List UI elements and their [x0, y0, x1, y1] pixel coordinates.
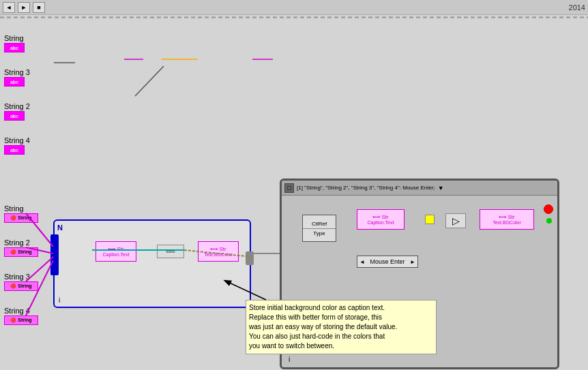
str-label-outer-2: Str: [219, 246, 226, 252]
event-loop-header: □ [1] "String", "String 2", "String 3", …: [282, 181, 557, 196]
middle-block-outer: ≈≈≈: [157, 245, 184, 258]
var-label-2: String 3: [4, 68, 30, 76]
i-label-inner: i: [289, 356, 290, 363]
caption-text-inner-label: Caption.Text: [368, 220, 394, 225]
string-var-r3: String 3 🔴 String: [4, 273, 38, 291]
str-block-outer-1: ⟷Str Caption.Text: [95, 241, 136, 262]
string-var-4: String 4 abc: [4, 136, 30, 155]
str-label-inner-2: Str: [508, 214, 514, 220]
annotation-text: Store initial background color as captio…: [249, 304, 397, 350]
green-terminal: [546, 218, 552, 223]
yellow-select-block: [425, 215, 435, 224]
forward-btn[interactable]: ►: [18, 2, 30, 13]
string-var-r1: String 🔴 String: [4, 204, 38, 223]
var-terminal-r2[interactable]: 🔴 String: [4, 247, 38, 257]
canvas: String abc String 3 abc String 2 abc Str…: [0, 15, 588, 370]
string-var-2: String 3 abc: [4, 68, 30, 87]
string-var-r2: String 2 🔴 String: [4, 238, 38, 257]
caption-text-outer: Caption.Text: [103, 252, 130, 257]
stop-btn[interactable]: ■: [33, 2, 45, 13]
annotation-box: Store initial background color as captio…: [246, 300, 437, 354]
event-header-text: [1] "String", "String 2", "String 3", "S…: [297, 185, 435, 191]
var-terminal-2[interactable]: abc: [4, 77, 25, 87]
var-label-1: String: [4, 34, 24, 42]
string-var-r4: String 4 🔴 String: [4, 307, 38, 325]
back-btn[interactable]: ◄: [3, 2, 15, 13]
mouse-enter-control[interactable]: ◄ Mouse Enter ►: [357, 256, 418, 268]
toolbar: ◄ ► ■ 2014: [0, 0, 588, 15]
var-label-r4: String 4: [4, 307, 30, 315]
text-bgcolor-outer: Text.BGColor: [204, 252, 233, 257]
var-terminal-3[interactable]: abc: [4, 111, 25, 121]
outer-loop-box: N i ⟷Str Caption.Text ⟷Str Text.BGColor …: [53, 219, 251, 308]
var-label-4: String 4: [4, 136, 30, 144]
text-bgcolor-inner: ⟷Str Text.BGColor: [480, 209, 534, 230]
dropdown-arrow-icon[interactable]: ▼: [438, 185, 444, 191]
var-terminal-r1[interactable]: 🔴 String: [4, 213, 38, 223]
compare-block: ▷: [445, 213, 466, 228]
red-stop-indicator: [544, 204, 553, 214]
var-terminal-4[interactable]: abc: [4, 145, 25, 155]
var-label-r1: String: [4, 204, 24, 213]
str-label-outer-1: Str: [117, 246, 123, 252]
stop-icon: □: [284, 183, 294, 193]
var-label-3: String 2: [4, 102, 30, 110]
var-label-r2: String 2: [4, 238, 30, 247]
year-label: 2014: [569, 3, 585, 12]
str-label-inner-1: Str: [381, 214, 388, 220]
var-terminal-1[interactable]: abc: [4, 43, 25, 52]
var-terminal-r3[interactable]: 🔴 String: [4, 281, 38, 291]
var-label-r3: String 3: [4, 273, 30, 281]
str-block-outer-2: ⟷Str Text.BGColor: [198, 241, 239, 262]
var-terminal-r4[interactable]: 🔴 String: [4, 315, 38, 325]
n-label: N: [57, 223, 63, 232]
svg-line-11: [135, 66, 164, 96]
i-label-outer: i: [59, 296, 60, 304]
ctlref-label: CtlRef: [303, 221, 336, 229]
mouse-enter-label: Mouse Enter: [370, 258, 405, 265]
ctlref-type-block: CtlRef Type: [302, 215, 336, 242]
input-tunnel-outer: [50, 234, 59, 275]
caption-text-inner: ⟷Str Caption.Text: [357, 209, 405, 230]
type-label: Type: [303, 229, 336, 236]
string-var-3: String 2 abc: [4, 102, 30, 121]
output-tunnel-outer: [246, 251, 254, 265]
text-bgcolor-inner-label: Text.BGColor: [493, 220, 521, 225]
string-var-1: String abc: [4, 34, 25, 52]
